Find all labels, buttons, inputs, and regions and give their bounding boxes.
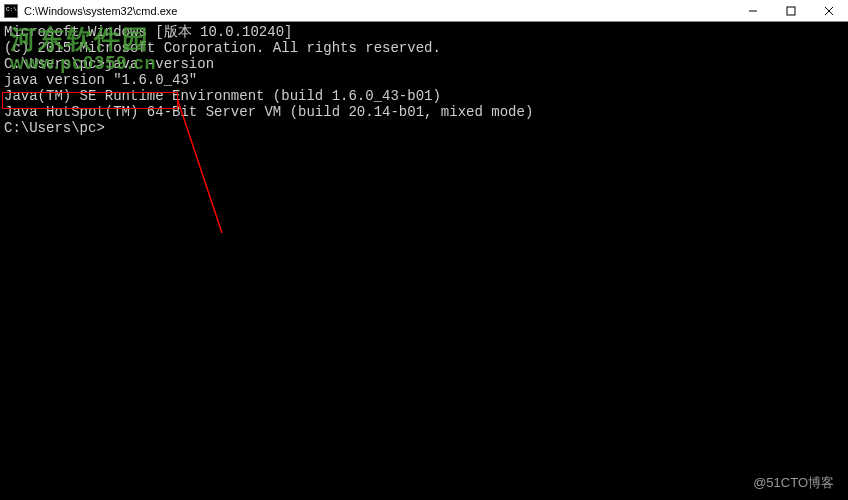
output-line: Java(TM) SE Runtime Environment (build 1… [4, 88, 844, 104]
output-line: (c) 2015 Microsoft Corporation. All righ… [4, 40, 844, 56]
prompt-line: C:\Users\pc> [4, 120, 844, 136]
cmd-icon [4, 4, 18, 18]
prompt-line: C:\Users\pc>java -version [4, 56, 844, 72]
maximize-button[interactable] [772, 0, 810, 21]
minimize-button[interactable] [734, 0, 772, 21]
titlebar: C:\Windows\system32\cmd.exe [0, 0, 848, 22]
titlebar-left: C:\Windows\system32\cmd.exe [4, 4, 177, 18]
footer-watermark: @51CTO博客 [753, 474, 834, 492]
close-button[interactable] [810, 0, 848, 21]
cmd-window: C:\Windows\system32\cmd.exe Microsoft Wi… [0, 0, 848, 500]
terminal-area[interactable]: Microsoft Windows [版本 10.0.10240] (c) 20… [0, 22, 848, 138]
output-line: Microsoft Windows [版本 10.0.10240] [4, 24, 844, 40]
titlebar-controls [734, 0, 848, 21]
window-title: C:\Windows\system32\cmd.exe [24, 5, 177, 17]
output-line: Java HotSpot(TM) 64-Bit Server VM (build… [4, 104, 844, 120]
output-line: java version "1.6.0_43" [4, 72, 844, 88]
svg-rect-1 [787, 7, 795, 15]
